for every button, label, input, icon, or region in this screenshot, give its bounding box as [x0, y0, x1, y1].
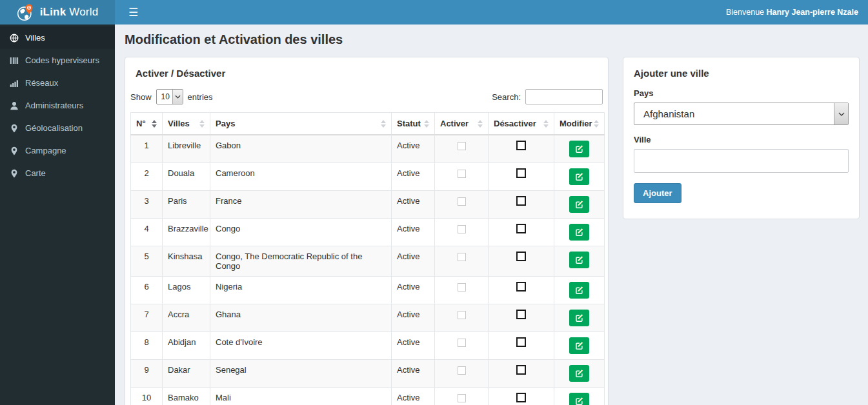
modifier-button[interactable]: [569, 365, 589, 382]
column-header-num[interactable]: N°: [131, 113, 163, 135]
pays-cell: Cameroon: [210, 163, 392, 191]
edit-icon: [575, 228, 584, 237]
row-number-cell: 4: [131, 219, 163, 246]
column-header-desactiver[interactable]: Désactiver: [489, 113, 554, 135]
table-row: 4 Brazzaville Congo Active: [131, 219, 605, 246]
ajouter-ville-panel: Ajouter une ville Pays Afghanistan Ville…: [623, 57, 860, 219]
sidebar-item-label: Administrateurs: [25, 101, 83, 110]
column-header-modifier[interactable]: Modifier: [554, 113, 605, 135]
activer-desactiver-panel: Activer / Désactiver Show 10: [125, 57, 609, 405]
sidebar-item-villes[interactable]: Villes: [0, 26, 115, 49]
user-icon: [10, 101, 19, 110]
search-label: Search:: [492, 92, 521, 102]
desactiver-checkbox[interactable]: [516, 393, 526, 402]
sidebar-toggle-button[interactable]: ☰: [125, 5, 142, 21]
panel-title: Activer / Désactiver: [136, 68, 603, 79]
ville-cell: Dakar: [163, 360, 210, 388]
page-length-select[interactable]: 10: [156, 89, 183, 104]
modifier-button[interactable]: [569, 337, 589, 354]
activer-checkbox: [458, 283, 466, 291]
welcome-message: Bienvenue Hanry Jean-pierre Nzale: [726, 8, 858, 17]
activer-checkbox: [458, 366, 466, 375]
ville-cell: Libreville: [163, 135, 210, 163]
top-bar: $ iLink World ☰ Bienvenue Hanry Jean-pie…: [0, 0, 868, 25]
desactiver-checkbox[interactable]: [516, 365, 526, 375]
modifier-button[interactable]: [569, 141, 589, 157]
row-number-cell: 5: [131, 246, 163, 277]
row-number-cell: 10: [131, 388, 163, 405]
desactiver-checkbox[interactable]: [516, 337, 526, 347]
ville-cell: Kinshasa: [163, 246, 210, 277]
edit-icon: [575, 172, 584, 181]
edit-icon: [575, 369, 584, 378]
row-number-cell: 2: [131, 163, 163, 191]
ville-cell: Paris: [163, 191, 210, 219]
sidebar-item-administrateurs[interactable]: Administrateurs: [0, 94, 115, 117]
sidebar-item-codes-hyperviseurs[interactable]: Codes hyperviseurs: [0, 49, 115, 72]
brand-logo[interactable]: $ iLink World: [0, 0, 115, 25]
column-header-activer[interactable]: Activer: [435, 113, 489, 135]
column-header-villes[interactable]: Villes: [163, 113, 210, 135]
ajouter-button[interactable]: Ajouter: [634, 183, 681, 203]
sidebar-item-carte[interactable]: Carte: [0, 162, 115, 184]
svg-text:$: $: [28, 5, 30, 9]
desactiver-checkbox[interactable]: [516, 141, 526, 150]
desactiver-checkbox[interactable]: [516, 252, 526, 261]
modifier-button[interactable]: [569, 393, 589, 405]
desactiver-checkbox[interactable]: [516, 196, 526, 206]
desactiver-checkbox[interactable]: [516, 282, 526, 291]
main-content: Modification et Activation des villes Ac…: [115, 25, 868, 405]
sidebar-item-geolocalisation[interactable]: Géolocalisation: [0, 117, 115, 139]
sort-icon: [381, 120, 386, 128]
row-number-cell: 6: [131, 277, 163, 304]
pays-select[interactable]: Afghanistan: [634, 103, 849, 125]
row-number-cell: 1: [131, 135, 163, 163]
ville-cell: Bamako: [163, 388, 210, 405]
brand-title: iLink World: [40, 6, 99, 19]
map-marker-icon: [10, 169, 19, 178]
sort-icon: [199, 120, 205, 128]
pays-cell: Mali: [210, 388, 392, 405]
statut-cell: Active: [392, 360, 435, 388]
desactiver-checkbox[interactable]: [516, 168, 526, 178]
pays-cell: France: [210, 191, 392, 219]
sidebar: Villes Codes hyperviseurs Réseaux Admini…: [0, 25, 115, 405]
villes-table-body: 1 Libreville Gabon Active 2 Douala Camer…: [131, 135, 605, 405]
row-number-cell: 3: [131, 191, 163, 219]
column-header-pays[interactable]: Pays: [210, 113, 392, 135]
activer-checkbox: [458, 394, 466, 402]
table-row: 2 Douala Cameroon Active: [131, 163, 605, 191]
modifier-button[interactable]: [569, 310, 589, 326]
sidebar-item-campagne[interactable]: Campagne: [0, 139, 115, 162]
row-number-cell: 9: [131, 360, 163, 388]
statut-cell: Active: [392, 277, 435, 304]
sort-icon: [424, 120, 429, 128]
modifier-button[interactable]: [569, 252, 589, 268]
sidebar-item-reseaux[interactable]: Réseaux: [0, 72, 115, 94]
desactiver-checkbox[interactable]: [516, 310, 526, 319]
search-input[interactable]: [525, 89, 603, 104]
entries-label: entries: [188, 92, 213, 102]
pays-cell: Ghana: [210, 304, 392, 332]
table-row: 5 Kinshasa Congo, The Democratic Republi…: [131, 246, 605, 277]
sort-icon: [478, 120, 483, 128]
pays-label: Pays: [634, 88, 849, 98]
modifier-button[interactable]: [569, 168, 589, 185]
modifier-button[interactable]: [569, 196, 589, 213]
activer-checkbox: [458, 197, 466, 206]
modifier-button[interactable]: [569, 224, 589, 241]
pays-cell: Senegal: [210, 360, 392, 388]
desactiver-checkbox[interactable]: [516, 224, 526, 233]
pays-cell: Gabon: [210, 135, 392, 163]
statut-cell: Active: [392, 135, 435, 163]
sort-icon: [594, 120, 599, 128]
activer-checkbox: [458, 142, 466, 150]
column-header-statut[interactable]: Statut: [392, 113, 435, 135]
ville-input[interactable]: [634, 149, 849, 173]
navbar: ☰ Bienvenue Hanry Jean-pierre Nzale: [115, 0, 868, 25]
ville-cell: Abidjan: [163, 332, 210, 360]
modifier-button[interactable]: [569, 282, 589, 299]
sidebar-item-label: Réseaux: [25, 78, 58, 88]
edit-icon: [575, 144, 584, 153]
bar-chart-icon: [10, 79, 19, 88]
